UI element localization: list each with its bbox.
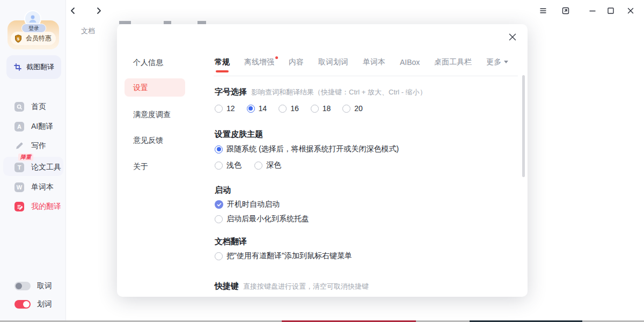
- settings-tabs: 常规 离线增强 内容 取词划词 单词本 AIBox 桌面工具栏 更多: [215, 57, 508, 67]
- sidebar-item-ai-translate[interactable]: A AI翻译: [0, 120, 65, 134]
- theme-title: 设置皮肤主题: [215, 129, 263, 140]
- sidebar-item-label: 我的翻译: [31, 202, 61, 211]
- startup-tray-row: 启动后最小化到系统托盘: [215, 214, 309, 224]
- tab-document[interactable]: 文档: [81, 26, 95, 36]
- notification-dot: [275, 56, 278, 59]
- screenshot-translate-label: 截图翻译: [26, 62, 54, 72]
- paper-tools-badge: 降重: [18, 153, 33, 161]
- sidebar-item-label: 论文工具: [31, 163, 61, 172]
- maximize-button[interactable]: [606, 6, 615, 15]
- tab-word-capture[interactable]: 取词划词: [318, 57, 348, 67]
- tab-desktop-toolbar[interactable]: 桌面工具栏: [434, 57, 472, 67]
- radio-font-18[interactable]: 18: [311, 104, 331, 113]
- radio-dark-theme[interactable]: 深色: [254, 160, 281, 170]
- font-size-title: 字号选择影响查词和翻译结果（快捷键：Ctrl + 放大、Ctrl - 缩小）: [215, 87, 427, 97]
- modal-nav-feedback[interactable]: 意见反馈: [133, 136, 163, 145]
- popout-icon[interactable]: [561, 6, 570, 15]
- hotkey-title: 快捷键直接按键盘进行设置，清空可取消快捷键: [215, 281, 369, 291]
- app-window: 登录 $ 会员特惠 截图翻译 首页 A AI翻译: [0, 0, 644, 322]
- radio-font-12[interactable]: 12: [215, 104, 235, 113]
- sidebar-item-label: 首页: [31, 102, 46, 112]
- paper-tools-icon: T: [14, 163, 24, 172]
- word-select-toggle[interactable]: [14, 300, 31, 309]
- radio-light-theme[interactable]: 浅色: [215, 160, 241, 170]
- doc-context-row: 把"使用有道翻译"添加到鼠标右键菜单: [215, 251, 352, 261]
- check-context-menu[interactable]: 把"使用有道翻译"添加到鼠标右键菜单: [215, 251, 352, 261]
- hotkey-desc: 直接按键盘进行设置，清空可取消快捷键: [243, 282, 369, 290]
- startup-title: 启动: [215, 185, 231, 195]
- modal-nav-profile[interactable]: 个人信息: [133, 58, 163, 68]
- sidebar-item-wordbook[interactable]: W 单词本: [0, 180, 65, 194]
- search-icon: [14, 102, 24, 112]
- tab-content[interactable]: 内容: [289, 57, 304, 67]
- checked-icon: [215, 200, 223, 209]
- screenshot-translate-button[interactable]: 截图翻译: [6, 55, 61, 79]
- svg-text:$: $: [17, 36, 20, 41]
- sidebar-item-paper-tools[interactable]: T 论文工具: [0, 160, 65, 174]
- crop-icon: [13, 63, 22, 71]
- toggle-label: 取词: [37, 281, 52, 291]
- settings-dialog: 个人信息 设置 满意度调查 意见反馈 关于 常规 离线增强 内容 取词划词 单词…: [117, 24, 528, 297]
- modal-close-icon[interactable]: [508, 33, 517, 41]
- minimize-button[interactable]: [588, 6, 597, 15]
- modal-nav-survey[interactable]: 满意度调查: [133, 110, 171, 120]
- toggle-label: 划词: [37, 299, 52, 309]
- word-capture-row: 取词: [14, 281, 52, 291]
- check-minimize-tray[interactable]: 启动后最小化到系统托盘: [215, 214, 309, 224]
- word-capture-toggle[interactable]: [14, 282, 31, 290]
- my-translations-icon: [14, 202, 24, 211]
- radio-font-20[interactable]: 20: [342, 104, 363, 113]
- person-icon: [27, 13, 38, 24]
- forward-button[interactable]: [94, 6, 103, 15]
- radio-follow-system[interactable]: 跟随系统 (选择后，将根据系统打开或关闭深色模式): [215, 144, 399, 154]
- tab-wordbook[interactable]: 单词本: [363, 57, 385, 67]
- sidebar: 登录 $ 会员特惠 截图翻译 首页 A AI翻译: [0, 0, 66, 322]
- sidebar-item-label: 写作: [31, 141, 46, 151]
- back-button[interactable]: [69, 6, 77, 15]
- vip-button[interactable]: $ 会员特惠: [11, 32, 56, 45]
- tabs-divider: [214, 76, 518, 76]
- pen-icon: [14, 142, 24, 150]
- sidebar-item-label: 单词本: [31, 182, 54, 192]
- word-select-row: 划词: [14, 299, 52, 309]
- vip-label: 会员特惠: [26, 34, 52, 43]
- wordbook-icon: W: [14, 182, 24, 192]
- sidebar-item-writing[interactable]: 写作: [0, 139, 65, 153]
- doc-translate-title: 文档翻译: [215, 237, 247, 247]
- sidebar-item-label: AI翻译: [31, 122, 53, 131]
- font-size-desc: 影响查词和翻译结果（快捷键：Ctrl + 放大、Ctrl - 缩小）: [251, 88, 427, 96]
- radio-font-14[interactable]: 14: [247, 104, 267, 113]
- vip-badge-icon: $: [14, 34, 23, 43]
- modal-nav-about[interactable]: 关于: [133, 162, 148, 172]
- login-badge[interactable]: 登录: [21, 24, 46, 33]
- tab-aibox[interactable]: AIBox: [400, 58, 420, 67]
- tab-more[interactable]: 更多: [486, 57, 508, 67]
- ai-translate-icon: A: [14, 122, 24, 131]
- sidebar-item-my-translations[interactable]: 我的翻译: [0, 200, 65, 214]
- modal-nav-settings[interactable]: 设置: [125, 78, 185, 97]
- chevron-down-icon: [504, 61, 508, 63]
- scrollbar[interactable]: [522, 75, 525, 177]
- sidebar-item-home[interactable]: 首页: [0, 100, 65, 114]
- radio-font-16[interactable]: 16: [279, 104, 299, 113]
- font-size-options: 12 14 16 18 20: [215, 104, 363, 113]
- close-button[interactable]: [626, 6, 635, 15]
- theme-follow-row: 跟随系统 (选择后，将根据系统打开或关闭深色模式): [215, 144, 399, 154]
- tab-general[interactable]: 常规: [215, 57, 230, 67]
- tab-offline[interactable]: 离线增强: [244, 57, 274, 67]
- check-auto-start[interactable]: 开机时自动启动: [215, 200, 280, 209]
- theme-mode-row: 浅色 深色: [215, 160, 281, 170]
- menu-icon[interactable]: [539, 6, 547, 15]
- startup-auto-row: 开机时自动启动: [215, 200, 280, 209]
